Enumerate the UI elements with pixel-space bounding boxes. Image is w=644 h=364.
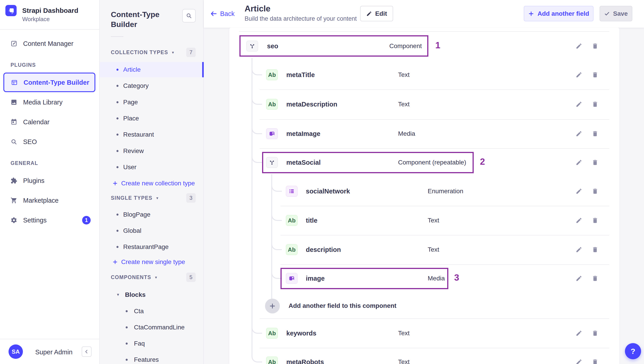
edit-field-button[interactable] [574, 99, 584, 109]
section-header-components[interactable]: COMPONENTS▼ [111, 274, 158, 281]
sidebar-item-marketplace[interactable]: Marketplace [0, 192, 100, 209]
sidebar-item-blogpage[interactable]: BlogPage [100, 207, 204, 222]
sidebar-item-seo[interactable]: SEO [0, 134, 100, 150]
avatar[interactable]: SA [8, 344, 23, 359]
collapse-sidebar-button[interactable] [82, 346, 92, 357]
sidebar-item-plugins[interactable]: Plugins [0, 172, 100, 189]
back-button[interactable]: Back [210, 9, 234, 19]
plus-icon [112, 259, 118, 265]
component-group-blocks[interactable]: ▼Blocks [100, 287, 204, 302]
field-type: Text [398, 101, 410, 108]
sidebar-item-cta[interactable]: Cta [100, 304, 204, 319]
edit-field-button[interactable] [574, 186, 584, 196]
sidebar-item-calendar[interactable]: Calendar [0, 114, 100, 130]
bullet-icon [116, 85, 118, 87]
trash-icon [592, 101, 598, 108]
field-row-metadescription: AbmetaDescriptionText [229, 93, 619, 115]
trash-icon [592, 71, 598, 78]
sidebar-item-content-manager[interactable]: Content Manager [0, 36, 100, 52]
sidebar-item-global[interactable]: Global [100, 223, 204, 238]
delete-field-button[interactable] [590, 186, 600, 196]
notification-badge: 1 [82, 216, 91, 225]
trash-icon [592, 43, 598, 49]
create-new-create-new-single-type[interactable]: Create new single type [112, 255, 185, 269]
page-title: Article [244, 4, 270, 14]
search-icon [10, 138, 17, 145]
field-row-seo: seoComponent [229, 35, 619, 57]
chevron-down-icon: ▼ [171, 51, 175, 54]
edit-field-button[interactable] [574, 41, 584, 51]
divider [111, 36, 124, 37]
workspace-label: Workplace [22, 16, 50, 23]
item-label: CtaCommandLine [134, 324, 185, 331]
field-type: Component (repeatable) [398, 159, 466, 166]
section-header-collection-types[interactable]: COLLECTION TYPES▼ [111, 49, 175, 56]
text-icon: Ab [286, 244, 298, 255]
sidebar-item-restaurantpage[interactable]: RestaurantPage [100, 239, 204, 255]
field-name: metaRobots [286, 358, 324, 364]
sidebar-item-restaurant[interactable]: Restaurant [100, 127, 204, 142]
delete-field-button[interactable] [590, 273, 600, 283]
edit-field-button[interactable] [574, 273, 584, 283]
edit-field-button[interactable] [574, 328, 584, 338]
edit-field-button[interactable] [574, 70, 584, 80]
text-icon: Ab [266, 356, 278, 364]
sidebar-item-page[interactable]: Page [100, 95, 204, 110]
sidebar-item-label: Content Manager [23, 40, 74, 47]
section-header-single-types[interactable]: SINGLE TYPES▼ [111, 195, 159, 201]
field-type: Text [398, 358, 410, 364]
sidebar-item-article[interactable]: Article [100, 62, 204, 77]
group-label: Blocks [125, 291, 146, 298]
field-type: Text [428, 217, 439, 224]
edit-field-button[interactable] [574, 129, 584, 139]
delete-field-button[interactable] [590, 157, 600, 167]
save-button[interactable]: Save [600, 6, 632, 21]
sidebar-item-media-library[interactable]: Media Library [0, 94, 100, 110]
sidebar-item-place[interactable]: Place [100, 111, 204, 126]
delete-field-button[interactable] [590, 216, 600, 225]
search-button[interactable] [182, 9, 196, 23]
create-label: Create new single type [121, 258, 185, 266]
sidebar-item-ctacommandline[interactable]: CtaCommandLine [100, 320, 204, 335]
delete-field-button[interactable] [590, 245, 600, 255]
edit-field-button[interactable] [574, 357, 584, 364]
delete-field-button[interactable] [590, 70, 600, 80]
add-another-field-button[interactable]: Add another field [524, 6, 594, 21]
help-button[interactable]: ? [625, 343, 641, 359]
delete-field-button[interactable] [590, 41, 600, 51]
edit-button[interactable]: Edit [360, 6, 393, 21]
field-type: Text [428, 246, 439, 253]
search-icon [186, 13, 192, 19]
row-divider [239, 31, 609, 32]
delete-field-button[interactable] [590, 99, 600, 109]
field-row-metarobots: AbmetaRobotsText [229, 351, 619, 364]
edit-field-button[interactable] [574, 157, 584, 167]
sidebar-item-settings[interactable]: Settings1 [0, 212, 100, 228]
delete-field-button[interactable] [590, 357, 600, 364]
create-new-create-new-collection-type[interactable]: Create new collection type [112, 176, 195, 190]
section-count-badge: 5 [186, 273, 196, 282]
sidebar-item-category[interactable]: Category [100, 78, 204, 93]
trash-icon [592, 275, 598, 282]
sidebar-item-content-type-builder[interactable]: Content-Type Builder [3, 73, 95, 92]
pencil-icon [576, 330, 582, 337]
field-row-metaimage: metaImageMedia [229, 123, 619, 144]
add-field-to-component-button[interactable] [265, 299, 280, 313]
section-label: SINGLE TYPES [111, 195, 152, 201]
sidebar-item-review[interactable]: Review [100, 143, 204, 159]
pencil-icon [576, 246, 582, 253]
pencil-icon [576, 159, 582, 166]
item-label: Place [123, 115, 139, 122]
delete-field-button[interactable] [590, 129, 600, 139]
app-title: Strapi Dashboard [22, 7, 78, 14]
sidebar-item-faq[interactable]: Faq [100, 336, 204, 351]
enum-icon [286, 186, 298, 197]
edit-field-button[interactable] [574, 245, 584, 255]
check-icon [604, 11, 610, 17]
sidebar-item-user[interactable]: User [100, 159, 204, 175]
puzzle-icon [10, 177, 17, 184]
sidebar-item-features[interactable]: Features [100, 352, 204, 364]
add-field-to-component-label[interactable]: Add another field to this component [288, 302, 396, 309]
delete-field-button[interactable] [590, 328, 600, 338]
edit-field-button[interactable] [574, 216, 584, 225]
